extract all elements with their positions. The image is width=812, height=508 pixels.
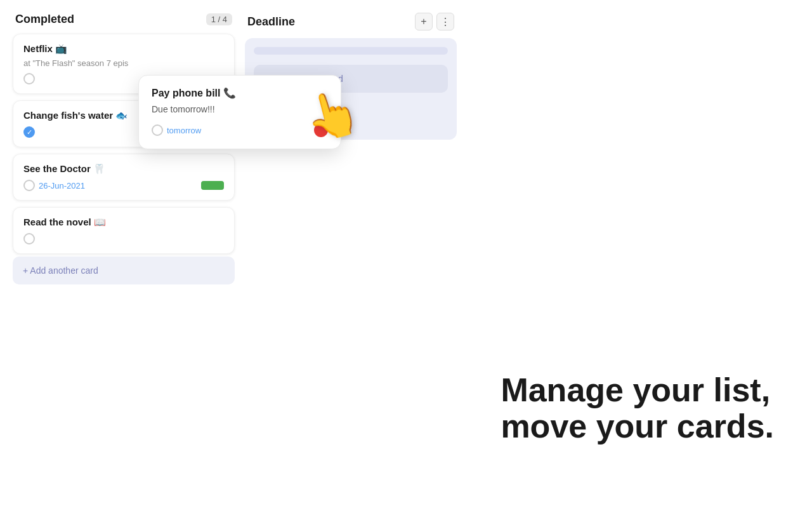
card-doctor-checkbox[interactable] — [23, 180, 35, 191]
card-doctor-tag — [201, 181, 224, 190]
popup-date-row: tomorrow — [152, 124, 201, 136]
menu-icon: ⋮ — [440, 16, 450, 28]
add-another-card-button[interactable]: + Add another card — [13, 257, 235, 284]
deadline-partial-card — [254, 47, 448, 55]
card-doctor-title: See the Doctor 🦷 — [23, 163, 224, 175]
completed-column-badge: 1 / 4 — [206, 13, 232, 25]
card-netflix-subtitle: at "The Flash" season 7 epis — [23, 58, 224, 68]
card-novel[interactable]: Read the novel 📖 — [13, 207, 235, 254]
card-fish-checkbox[interactable]: ✓ — [23, 126, 35, 138]
completed-column-header: Completed 1 / 4 — [13, 13, 235, 26]
completed-column-title: Completed — [15, 13, 74, 26]
popup-date-label: tomorrow — [167, 126, 201, 135]
deadline-header-actions: + ⋮ — [415, 13, 454, 30]
right-text-line2: move your cards. — [501, 408, 774, 444]
deadline-add-button[interactable]: + — [415, 13, 433, 30]
deadline-menu-button[interactable]: ⋮ — [436, 13, 454, 30]
card-novel-title: Read the novel 📖 — [23, 217, 224, 228]
card-netflix-title: Netflix 📺 — [23, 43, 224, 55]
popup-checkbox[interactable] — [152, 124, 163, 136]
right-text-line1: Manage your list, — [501, 372, 774, 408]
popup-card-footer: tomorrow — [152, 123, 328, 137]
plus-icon: + — [421, 16, 426, 27]
card-netflix-checkbox[interactable] — [23, 73, 35, 84]
deadline-column-title: Deadline — [247, 15, 295, 29]
deadline-column-header: Deadline + ⋮ — [245, 13, 457, 30]
card-doctor-date: 26-Jun-2021 — [39, 181, 85, 190]
card-doctor[interactable]: See the Doctor 🦷 26-Jun-2021 — [13, 154, 235, 201]
right-text-block: Manage your list, move your cards. — [501, 372, 774, 444]
checkmark-icon: ✓ — [27, 128, 32, 137]
card-novel-checkbox[interactable] — [23, 233, 35, 244]
